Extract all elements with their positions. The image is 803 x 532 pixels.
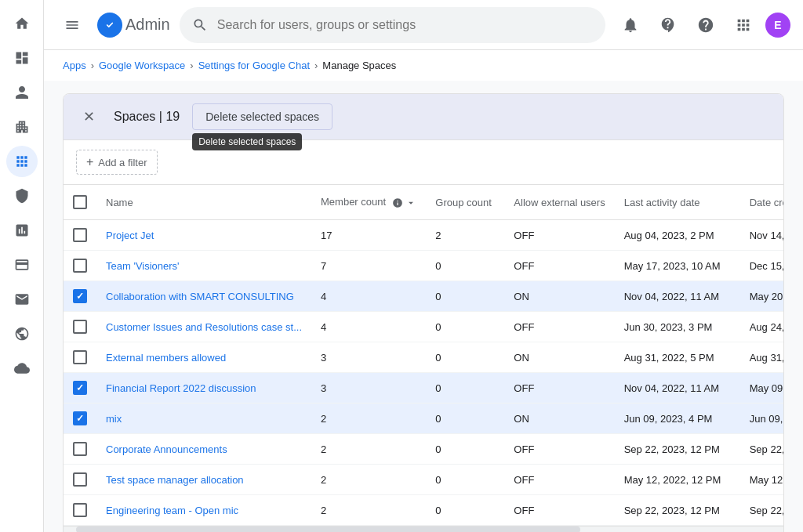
table-row: Engineering team - Open mic 2 0 OFF Sep … bbox=[64, 495, 783, 526]
breadcrumb-apps[interactable]: Apps bbox=[63, 60, 86, 71]
sidebar-item-storage[interactable] bbox=[6, 353, 38, 384]
breadcrumb-workspace[interactable]: Google Workspace bbox=[99, 60, 185, 71]
table-row: Collaboration with SMART CONSULTING 4 0 … bbox=[64, 281, 783, 312]
apps-grid-button[interactable] bbox=[728, 9, 759, 41]
row-groups: 0 bbox=[426, 495, 504, 526]
row-activity: Aug 04, 2023, 2 PM bbox=[615, 220, 740, 251]
row-members: 2 bbox=[311, 495, 426, 526]
row-activity: Sep 22, 2023, 12 PM bbox=[615, 434, 740, 465]
notifications-button[interactable] bbox=[615, 9, 646, 41]
row-name[interactable]: Financial Report 2022 discussion bbox=[96, 373, 311, 404]
spaces-label: Spaces bbox=[114, 110, 155, 123]
add-filter-label: Add a filter bbox=[98, 157, 147, 168]
spaces-card: ✕ Spaces | 19 Delete selected spaces Del… bbox=[63, 93, 784, 532]
col-header-created[interactable]: Date created bbox=[740, 185, 783, 220]
row-name[interactable]: Project Jet bbox=[96, 220, 311, 251]
main-content: Admin E Apps › Google Workspace › bbox=[44, 0, 803, 532]
avatar[interactable]: E bbox=[765, 13, 790, 38]
row-checkbox[interactable] bbox=[73, 289, 87, 303]
row-external: OFF bbox=[504, 373, 614, 404]
table-row: mix 2 0 ON Jun 09, 2023, 4 PM Jun 09, 20… bbox=[64, 404, 783, 434]
row-name[interactable]: Customer Issues and Resolutions case st.… bbox=[96, 312, 311, 342]
row-name[interactable]: Collaboration with SMART CONSULTING bbox=[96, 281, 311, 312]
search-input[interactable] bbox=[217, 18, 593, 32]
sidebar-item-billing[interactable] bbox=[6, 249, 38, 280]
member-count-info-icon[interactable] bbox=[392, 197, 403, 208]
row-activity: Sep 22, 2023, 12 PM bbox=[615, 495, 740, 526]
row-groups: 0 bbox=[426, 281, 504, 312]
col-header-external[interactable]: Allow external users bbox=[504, 185, 614, 220]
breadcrumb-sep-3: › bbox=[314, 60, 318, 71]
row-created: Aug 24, 2022, 9 AM bbox=[740, 312, 783, 342]
sidebar-item-users[interactable] bbox=[6, 77, 38, 108]
table-row: Financial Report 2022 discussion 3 0 OFF… bbox=[64, 373, 783, 404]
sidebar-item-directory[interactable] bbox=[6, 284, 38, 315]
delete-tooltip: Delete selected spaces bbox=[192, 133, 302, 150]
row-activity: May 17, 2023, 10 AM bbox=[615, 251, 740, 281]
row-name[interactable]: Corporate Announcements bbox=[96, 434, 311, 465]
row-checkbox-cell bbox=[64, 312, 96, 342]
col-header-group-count[interactable]: Group count bbox=[426, 185, 504, 220]
row-created: Aug 31, 2022, 5 PM bbox=[740, 342, 783, 373]
row-created: May 20, 2022, 12 PM bbox=[740, 281, 783, 312]
row-created: May 12, 2022, 12 PM bbox=[740, 465, 783, 495]
row-checkbox[interactable] bbox=[73, 411, 87, 425]
row-checkbox[interactable] bbox=[73, 350, 87, 364]
add-filter-button[interactable]: + Add a filter bbox=[76, 150, 158, 175]
row-checkbox[interactable] bbox=[73, 320, 87, 334]
col-header-activity[interactable]: Last activity date bbox=[615, 185, 740, 220]
row-members: 2 bbox=[311, 465, 426, 495]
sidebar-item-dashboard[interactable] bbox=[6, 42, 38, 74]
row-activity: Nov 04, 2022, 11 AM bbox=[615, 373, 740, 404]
sidebar-item-reports[interactable] bbox=[6, 215, 38, 246]
col-header-member-count[interactable]: Member count bbox=[311, 185, 426, 220]
search-bar[interactable] bbox=[180, 7, 605, 43]
row-external: OFF bbox=[504, 465, 614, 495]
row-checkbox[interactable] bbox=[73, 381, 87, 395]
select-all-checkbox[interactable] bbox=[73, 195, 87, 209]
row-created: May 09, 2022, 10 AM bbox=[740, 373, 783, 404]
row-external: OFF bbox=[504, 434, 614, 465]
row-members: 3 bbox=[311, 373, 426, 404]
help-button[interactable] bbox=[690, 9, 721, 41]
breadcrumb: Apps › Google Workspace › Settings for G… bbox=[44, 50, 803, 81]
row-checkbox[interactable] bbox=[73, 472, 87, 487]
table-row: Project Jet 17 2 OFF Aug 04, 2023, 2 PM … bbox=[64, 220, 783, 251]
add-icon: + bbox=[86, 155, 93, 169]
col-select-all[interactable] bbox=[64, 185, 96, 220]
close-button[interactable]: ✕ bbox=[76, 104, 101, 129]
row-checkbox-cell bbox=[64, 251, 96, 281]
row-name[interactable]: mix bbox=[96, 404, 311, 434]
row-checkbox[interactable] bbox=[73, 259, 87, 273]
topbar: Admin E bbox=[44, 0, 803, 50]
row-name[interactable]: External members allowed bbox=[96, 342, 311, 373]
card-header: ✕ Spaces | 19 Delete selected spaces Del… bbox=[64, 94, 783, 140]
row-checkbox[interactable] bbox=[73, 503, 87, 517]
page-area: ✕ Spaces | 19 Delete selected spaces Del… bbox=[44, 81, 803, 532]
sidebar-item-apps[interactable] bbox=[6, 146, 38, 177]
col-header-name[interactable]: Name bbox=[96, 185, 311, 220]
sidebar-item-buildings[interactable] bbox=[6, 111, 38, 143]
row-members: 4 bbox=[311, 281, 426, 312]
menu-button[interactable] bbox=[56, 9, 88, 41]
row-checkbox-cell bbox=[64, 404, 96, 434]
row-members: 7 bbox=[311, 251, 426, 281]
row-checkbox-cell bbox=[64, 342, 96, 373]
sidebar-item-security[interactable] bbox=[6, 180, 38, 212]
table-row: Corporate Announcements 2 0 OFF Sep 22, … bbox=[64, 434, 783, 465]
row-name[interactable]: Engineering team - Open mic bbox=[96, 495, 311, 526]
row-created: Sep 22, 2023, 12 PM bbox=[740, 495, 783, 526]
sidebar-item-home[interactable] bbox=[6, 8, 38, 39]
sidebar-item-domains[interactable] bbox=[6, 318, 38, 349]
help-assistant-button[interactable] bbox=[652, 9, 684, 41]
row-name[interactable]: Test space manager allocation bbox=[96, 465, 311, 495]
delete-selected-button[interactable]: Delete selected spaces bbox=[192, 103, 332, 130]
row-checkbox[interactable] bbox=[73, 228, 87, 242]
row-checkbox[interactable] bbox=[73, 442, 87, 456]
breadcrumb-chat-settings[interactable]: Settings for Google Chat bbox=[198, 60, 310, 71]
row-name[interactable]: Team 'Visioners' bbox=[96, 251, 311, 281]
logo[interactable]: Admin bbox=[97, 13, 170, 38]
table-header-row: Name Member count Group count Allow e bbox=[64, 185, 783, 220]
member-count-sort-icon[interactable] bbox=[405, 197, 416, 208]
table-row: External members allowed 3 0 ON Aug 31, … bbox=[64, 342, 783, 373]
